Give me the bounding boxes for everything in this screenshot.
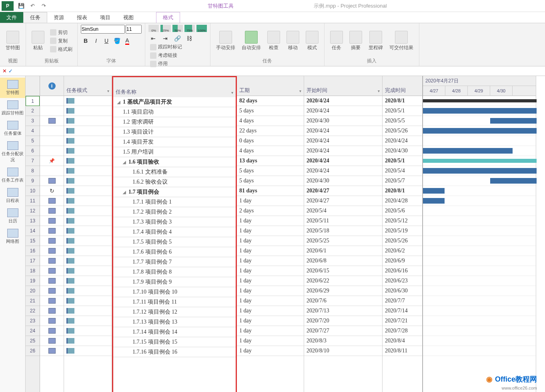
tab-format[interactable]: 格式 (156, 12, 180, 23)
cell-indicator[interactable] (40, 346, 64, 356)
cell-start[interactable]: 2020/4/24 (304, 156, 382, 166)
cell-task-name[interactable]: 1.7.6 项目例会 6 (113, 247, 236, 257)
milestone-button[interactable]: 里程碑 (366, 30, 385, 52)
cell-start[interactable]: 2020/7/27 (304, 326, 382, 336)
cell-finish[interactable]: 2020/6/30 (383, 286, 422, 296)
cell-finish[interactable]: 2020/5/12 (383, 216, 422, 226)
cell-task-mode[interactable] (64, 106, 112, 116)
cell-task-name[interactable]: 1.7.3 项目例会 3 (113, 217, 236, 227)
cell-duration[interactable]: 1 day (237, 256, 304, 266)
outdent-button[interactable]: ⇤ (148, 34, 158, 43)
cell-finish[interactable]: 2020/6/9 (383, 256, 422, 266)
cell-task-name[interactable]: 1.7.10 项目例会 10 (113, 287, 236, 297)
gantt-bar[interactable] (423, 159, 537, 163)
gantt-bar[interactable] (423, 108, 537, 114)
cell-indicator[interactable] (40, 236, 64, 246)
cell-indicator[interactable] (40, 146, 64, 156)
cell-start[interactable]: 2020/5/25 (304, 236, 382, 246)
cell-task-mode[interactable] (64, 326, 112, 336)
cell-task-name[interactable]: 1.7.11 项目例会 11 (113, 297, 236, 307)
gantt-bar[interactable] (423, 128, 537, 134)
cell-finish[interactable]: 2020/7/28 (383, 326, 422, 336)
row-number[interactable]: 16 (26, 246, 40, 256)
cell-task-name[interactable]: 1.6.2 验收会议 (113, 177, 236, 187)
unlink-button[interactable]: ⛓ (184, 34, 194, 43)
progress-75-icon[interactable]: 75% (184, 25, 195, 32)
cell-start[interactable]: 2020/4/24 (304, 146, 382, 156)
cell-start[interactable]: 2020/4/27 (304, 196, 382, 206)
cell-start[interactable]: 2020/8/3 (304, 336, 382, 346)
cell-duration[interactable]: 1 day (237, 306, 304, 316)
progress-100-icon[interactable]: 100% (196, 25, 207, 32)
cell-task-mode[interactable] (64, 216, 112, 226)
accept-entry-icon[interactable]: ✓ (8, 68, 13, 74)
cell-task-mode[interactable] (64, 206, 112, 216)
font-name-select[interactable] (81, 25, 125, 34)
row-number[interactable]: 11 (26, 196, 40, 206)
cell-task-mode[interactable] (64, 276, 112, 286)
tab-project[interactable]: 项目 (94, 12, 117, 23)
cell-indicator[interactable] (40, 116, 64, 126)
cell-task-name[interactable]: 1.7.13 项目例会 13 (113, 317, 236, 327)
row-number[interactable]: 9 (26, 176, 40, 186)
inspect-button[interactable]: 检查 (265, 30, 283, 52)
cell-duration[interactable]: 1 day (237, 326, 304, 336)
task-button[interactable]: 任务 (328, 30, 345, 52)
cell-task-name[interactable]: 1.7.2 项目例会 2 (113, 207, 236, 217)
cell-task-name[interactable]: 1.7.7 项目例会 7 (113, 257, 236, 267)
move-button[interactable]: 移动 (284, 30, 302, 52)
cell-duration[interactable]: 13 days (237, 156, 304, 166)
cell-finish[interactable]: 2020/5/4 (383, 166, 422, 176)
bold-button[interactable]: B (81, 36, 90, 46)
cell-indicator[interactable] (40, 166, 64, 176)
cell-indicator[interactable] (40, 196, 64, 206)
cell-task-name[interactable]: 1.1 项目启动 (113, 107, 236, 117)
cell-task-name[interactable]: 1.7.14 项目例会 14 (113, 327, 236, 337)
collapse-icon[interactable]: ◢ (123, 160, 127, 164)
cell-indicator[interactable] (40, 336, 64, 346)
manual-schedule-button[interactable]: 手动安排 (214, 30, 238, 52)
cell-duration[interactable]: 5 days (237, 106, 304, 116)
cell-task-mode[interactable] (64, 306, 112, 316)
cell-finish[interactable]: 2020/4/30 (383, 146, 422, 156)
cell-finish[interactable]: 2020/5/6 (383, 206, 422, 216)
row-number[interactable]: 10 (26, 186, 40, 196)
cell-start[interactable]: 2020/5/11 (304, 216, 382, 226)
indent-button[interactable]: ⇥ (160, 34, 170, 43)
cell-indicator[interactable] (40, 326, 64, 336)
cell-indicator[interactable] (40, 256, 64, 266)
cell-task-mode[interactable] (64, 166, 112, 176)
cell-finish[interactable]: 2020/5/7 (383, 176, 422, 186)
cell-finish[interactable]: 2020/4/24 (383, 136, 422, 146)
cell-start[interactable]: 2020/7/20 (304, 316, 382, 326)
viewbar-gantt[interactable]: 甘特图 (0, 78, 25, 98)
cell-indicator[interactable] (40, 286, 64, 296)
cell-duration[interactable]: 82 days (237, 96, 304, 106)
gantt-bar[interactable] (423, 168, 537, 174)
collapse-icon[interactable]: ◢ (117, 100, 121, 104)
cell-finish[interactable]: 2020/5/1 (383, 106, 422, 116)
cell-duration[interactable]: 1 day (237, 216, 304, 226)
summary-button[interactable]: 摘要 (347, 30, 365, 52)
cell-duration[interactable]: 1 day (237, 236, 304, 246)
row-number[interactable]: 12 (26, 206, 40, 216)
row-number[interactable]: 18 (26, 266, 40, 276)
cell-finish[interactable]: 2020/8/1 (383, 186, 422, 196)
cell-finish[interactable]: 2020/5/5 (383, 116, 422, 126)
cell-duration[interactable]: 0 days (237, 136, 304, 146)
cell-start[interactable]: 2020/6/29 (304, 286, 382, 296)
cell-task-mode[interactable] (64, 336, 112, 346)
cell-indicator[interactable] (40, 96, 64, 106)
viewbar-calendar[interactable]: 日历 (0, 206, 25, 226)
progress-buttons[interactable]: 0% 25% 50% 75% 100% (148, 25, 207, 32)
row-number[interactable]: 4 (26, 126, 40, 136)
chevron-down-icon[interactable]: ▾ (378, 89, 380, 93)
cell-task-mode[interactable] (64, 266, 112, 276)
header-finish[interactable]: 完成时间 (383, 76, 422, 96)
cell-task-name[interactable]: 1.2 需求调研 (113, 117, 236, 127)
tab-resource[interactable]: 资源 (47, 12, 70, 23)
cell-finish[interactable]: 2020/5/26 (383, 126, 422, 136)
cell-task-mode[interactable] (64, 226, 112, 236)
gantt-chart-button[interactable]: 甘特图 (3, 30, 22, 52)
progress-50-icon[interactable]: 50% (172, 25, 183, 32)
